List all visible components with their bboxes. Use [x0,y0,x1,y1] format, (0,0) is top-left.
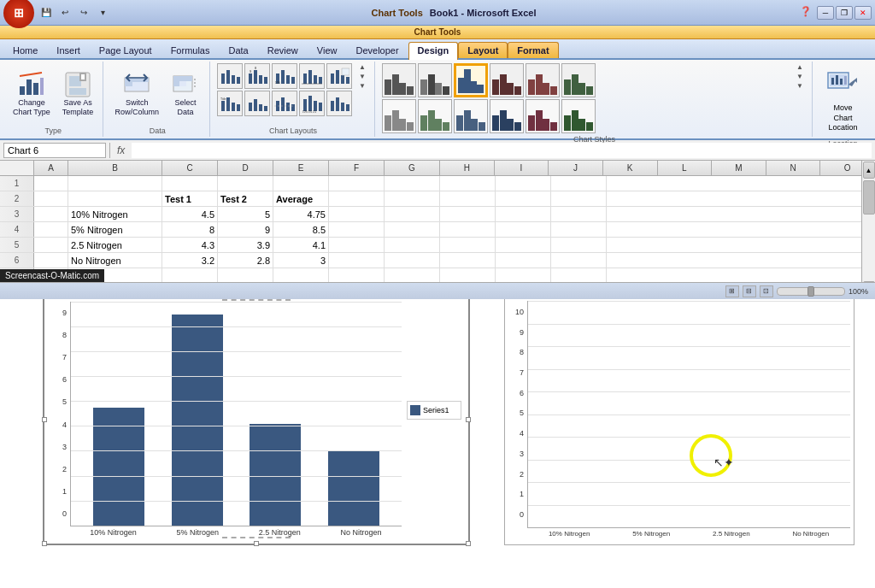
style-item-12[interactable] [561,99,596,133]
cell-i5[interactable] [496,238,551,252]
cell-h5[interactable] [440,238,496,252]
style-item-1[interactable] [382,63,416,97]
cell-f5[interactable] [329,238,385,252]
cell-e5[interactable]: 4.1 [273,238,329,252]
restore-btn[interactable]: ❐ [836,6,853,20]
cell-c2[interactable]: Test 1 [162,191,218,206]
page-break-btn[interactable]: ⊡ [760,285,773,297]
resize-handle-s[interactable] [254,541,259,546]
cell-g1[interactable] [385,176,440,191]
cell-b6[interactable]: No Nitrogen [68,253,162,268]
layout-item-1[interactable] [217,63,243,89]
cell-g2[interactable] [385,191,440,206]
cell-g3[interactable] [385,207,440,221]
style-item-6[interactable] [561,63,596,97]
scroll-up-btn[interactable]: ▲ [863,162,875,179]
tab-format[interactable]: Format [508,42,558,58]
tab-layout[interactable]: Layout [458,42,508,58]
cell-a5[interactable] [34,238,68,252]
bar-10n[interactable] [93,408,144,526]
cell-j6[interactable] [551,253,607,268]
resize-handle-e[interactable] [466,417,471,422]
cell-d6[interactable]: 2.8 [218,253,273,268]
resize-handle-se[interactable] [466,541,471,546]
cell-j4[interactable] [551,222,607,237]
layout-item-6[interactable]: Title [217,91,243,116]
cell-h2[interactable] [440,191,496,206]
style-item-5[interactable] [526,63,560,97]
cell-a1[interactable] [34,176,68,191]
col-header-l[interactable]: L [658,161,713,175]
move-chart-btn[interactable]: MoveChartLocation [819,63,866,138]
zoom-slider[interactable] [777,287,845,296]
save-btn[interactable]: 💾 [38,5,55,21]
style-item-10[interactable] [490,99,524,133]
cell-h3[interactable] [440,207,496,221]
office-button[interactable]: ⊞ [3,0,34,28]
cell-f2[interactable] [329,191,385,206]
cell-f4[interactable] [329,222,385,237]
col-header-g[interactable]: G [385,161,440,175]
style-item-8[interactable] [418,99,452,133]
layout-item-5[interactable] [326,63,352,89]
name-box[interactable]: Chart 6 [3,143,106,158]
layout-item-10[interactable] [326,91,352,116]
chart1[interactable]: 9 8 7 6 5 4 3 2 1 0 [43,293,470,545]
cell-e7[interactable] [273,268,329,283]
cell-f1[interactable] [329,176,385,191]
cell-d5[interactable]: 3.9 [218,238,273,252]
cell-e2[interactable]: Average [273,191,329,206]
chart1-plot-area[interactable] [70,302,402,526]
style-item-11[interactable] [526,99,560,133]
cell-b3[interactable]: 10% Nitrogen [68,207,162,221]
style-item-3[interactable] [454,63,488,97]
cell-d4[interactable]: 9 [218,222,273,237]
cell-h4[interactable] [440,222,496,237]
cell-i2[interactable] [496,191,551,206]
switch-row-col-btn[interactable]: SwitchRow/Column [110,68,163,120]
style-item-4[interactable] [490,63,524,97]
cell-e6[interactable]: 3 [273,253,329,268]
col-header-e[interactable]: E [273,161,329,175]
undo-arrow[interactable]: ▾ [94,5,111,21]
cell-j5[interactable] [551,238,607,252]
cell-a3[interactable] [34,207,68,221]
cell-i3[interactable] [496,207,551,221]
col-header-c[interactable]: C [162,161,218,175]
tab-data[interactable]: Data [219,42,257,58]
style-item-7[interactable] [382,99,416,133]
cell-c1[interactable] [162,176,218,191]
style-item-2[interactable] [418,63,452,97]
resize-handle-w[interactable] [42,417,47,422]
cell-h6[interactable] [440,253,496,268]
cell-c3[interactable]: 4.5 [162,207,218,221]
cell-b2[interactable] [68,191,162,206]
layout-item-8[interactable] [272,91,297,116]
cell-a4[interactable] [34,222,68,237]
cell-d7[interactable] [218,268,273,283]
select-data-btn[interactable]: SelectData [167,68,204,120]
tab-home[interactable]: Home [3,42,47,58]
cell-h1[interactable] [440,176,496,191]
cell-b4[interactable]: 5% Nitrogen [68,222,162,237]
col-header-i[interactable]: I [495,161,549,175]
col-header-n[interactable]: N [766,161,821,175]
layout-item-7[interactable] [244,91,270,116]
col-header-m[interactable]: M [712,161,766,175]
col-header-j[interactable]: J [549,161,603,175]
normal-view-btn[interactable]: ⊞ [725,285,739,297]
tab-view[interactable]: View [308,42,347,58]
cell-j1[interactable] [551,176,607,191]
bar-no-n[interactable] [328,451,379,526]
cell-c4[interactable]: 8 [162,222,218,237]
cell-c6[interactable]: 3.2 [162,253,218,268]
cell-i4[interactable] [496,222,551,237]
cell-j3[interactable] [551,207,607,221]
layout-item-2[interactable]: 98 [244,63,270,89]
layout-item-4[interactable] [299,63,325,89]
cell-i1[interactable] [496,176,551,191]
resize-handle-sw[interactable] [42,541,47,546]
cell-i6[interactable] [496,253,551,268]
undo-btn[interactable]: ↩ [56,5,73,21]
save-as-template-btn[interactable]: Save AsTemplate [58,68,98,120]
